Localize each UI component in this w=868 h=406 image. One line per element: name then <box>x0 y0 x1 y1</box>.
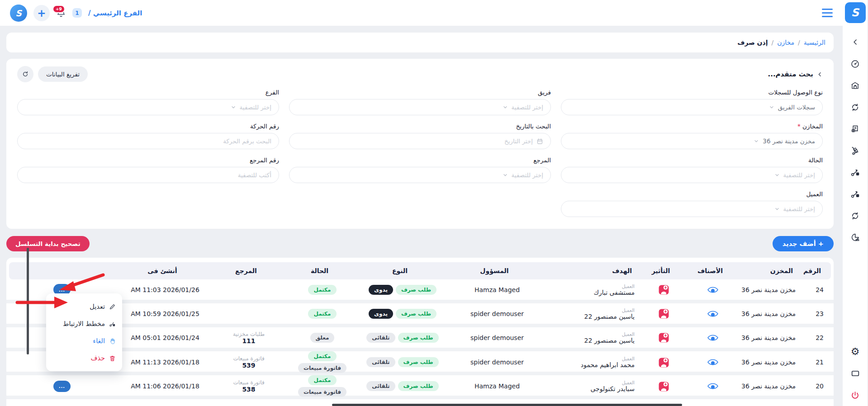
field-label: نوع الوصول للسجلات <box>561 89 823 96</box>
filter-select[interactable]: مخزن مدينة نصر 36 <box>561 133 823 149</box>
context-menu-item-hand[interactable]: الغاء <box>52 332 116 349</box>
field-label: رقم المرجع <box>17 156 279 164</box>
table-body: 24مخزن مدينة نصر 36العميلمستشفى تباركHam… <box>6 279 834 399</box>
settings-gear-icon[interactable]: ⚙ <box>845 341 865 363</box>
target-cell: العميلياسين مصنصور 22 <box>549 331 639 344</box>
advanced-search-toggle[interactable]: بحث متقدم... <box>768 70 823 78</box>
reference-cell: فاتورة مبيعات539 <box>213 355 285 369</box>
view-items-eye-icon[interactable] <box>707 310 719 318</box>
workflow-out-icon[interactable] <box>845 161 865 183</box>
filter-grid: نوع الوصول للسجلات سجلات الفريقفريق إختر… <box>17 89 823 217</box>
screen-icon[interactable] <box>845 363 865 384</box>
branch-count-badge: 1 <box>72 8 82 18</box>
filter-select[interactable]: إختر للتصفية <box>289 99 551 115</box>
collapse-chevron-icon[interactable] <box>845 31 865 53</box>
breadcrumb: الرئيسية / مخازن / إذن صرف <box>6 33 834 52</box>
vertical-scrollbar[interactable] <box>27 248 29 354</box>
clear-data-button[interactable]: تفريغ البيانات <box>38 66 88 82</box>
reference-number: 539 <box>213 362 285 369</box>
type-cell: طلب صرفتلقائى <box>360 333 446 343</box>
quick-add-button[interactable]: + <box>33 5 50 21</box>
column-header: الرقم <box>803 267 831 274</box>
filter-select[interactable]: إختر للتصفية <box>289 167 551 183</box>
type-cell: طلب صرفيدوى <box>360 309 446 319</box>
notifications-bell[interactable]: +9 <box>56 8 66 18</box>
target-type: العميل <box>549 307 635 313</box>
breadcrumb-home[interactable]: الرئيسية <box>804 39 825 46</box>
context-menu-item-workflow[interactable]: مخطط الارتباط <box>52 315 116 332</box>
actions-row: + أضف جديد تصحيح بداية التسلسل <box>6 236 834 251</box>
hand-icon <box>109 338 116 345</box>
field-label: المخازن * <box>561 123 823 130</box>
date-input[interactable]: إختر التاريخ <box>289 133 551 149</box>
responsible-name: spider demouser <box>446 334 549 341</box>
warehouse-icon[interactable] <box>845 75 865 96</box>
created-at: AM 05:01 2026/01/24 <box>118 334 213 341</box>
refresh-icon <box>22 71 29 78</box>
text-input[interactable]: البحث برقم الحركة <box>17 133 279 149</box>
invoice-icon[interactable] <box>845 118 865 140</box>
outbound-effect-icon <box>658 284 669 295</box>
view-items-eye-icon[interactable] <box>707 382 719 390</box>
reference-number: 538 <box>213 386 285 393</box>
filter-field-6: الحالة إختر للتصفية <box>561 156 823 183</box>
responsible-name: Hamza Maged <box>446 382 549 390</box>
view-items-eye-icon[interactable] <box>707 358 719 366</box>
workflow-in-icon[interactable] <box>845 183 865 205</box>
chevron-down-icon <box>231 104 236 110</box>
hamburger-icon[interactable] <box>822 9 833 17</box>
sync-icon[interactable] <box>845 96 865 118</box>
reports-pie-icon[interactable] <box>845 227 865 248</box>
handtruck-icon[interactable] <box>845 140 865 161</box>
filter-field-8: رقم المرجع أكتب للتصفية <box>17 156 279 183</box>
field-placeholder: إختر للتصفية <box>783 205 815 212</box>
workflow-icon <box>109 321 116 327</box>
filter-select[interactable]: سجلات الفريق <box>561 99 823 115</box>
created-at: AM 10:59 2026/01/25 <box>118 310 213 317</box>
filter-field-7: المرجع إختر للتصفية <box>289 156 551 183</box>
refresh-icon[interactable] <box>845 205 865 227</box>
context-menu-item-pencil[interactable]: تعديل <box>52 298 116 315</box>
filter-field-9: العميل إختر للتصفية <box>561 190 823 217</box>
filter-field-0: نوع الوصول للسجلات سجلات الفريق <box>561 89 823 115</box>
fix-sequence-button[interactable]: تصحيح بداية التسلسل <box>6 236 90 251</box>
type-cell: طلب صرفتلقائى <box>360 357 446 367</box>
row-menu-button[interactable]: ... <box>53 381 71 392</box>
target-cell: العميلسبايدر تكنولوجى <box>549 380 639 392</box>
filter-select[interactable]: إختر للتصفية <box>561 201 823 217</box>
target-type: العميل <box>549 356 635 361</box>
filter-select[interactable]: إختر للتصفية <box>561 167 823 183</box>
context-menu-item-trash[interactable]: حذف <box>52 349 116 367</box>
type-cell: طلب صرفتلقائى <box>360 381 446 391</box>
view-items-eye-icon[interactable] <box>707 334 719 342</box>
reference-label: فاتورة مبيعات <box>213 379 285 386</box>
chevron-down-icon <box>503 172 508 178</box>
power-icon[interactable] <box>845 384 865 406</box>
add-new-button[interactable]: + أضف جديد <box>773 236 834 251</box>
breadcrumb-warehouses[interactable]: مخازن <box>777 39 794 46</box>
brand-logo-icon[interactable]: S <box>10 5 27 22</box>
view-items-eye-icon[interactable] <box>707 286 719 294</box>
status-cell: مكتملفاتورة مبيعات <box>285 351 360 373</box>
field-placeholder: أكتب للتصفية <box>238 171 271 179</box>
app-logo-square[interactable]: S <box>845 2 866 23</box>
status-badge: مكتمل <box>308 375 336 385</box>
warehouse-name: مخزن مدينة نصر 36 <box>738 334 806 341</box>
dashboard-gauge-icon[interactable] <box>845 53 865 75</box>
status-badge: طلب صرف <box>398 333 439 343</box>
status-badge: مكتمل <box>308 285 336 295</box>
row-number: 24 <box>806 286 834 293</box>
horizontal-scrollbar[interactable] <box>332 404 682 406</box>
status-badge: يدوى <box>369 285 393 295</box>
reference-label: فاتورة مبيعات <box>213 355 285 362</box>
current-branch-title[interactable]: الفرع الرئيسي / <box>88 9 142 17</box>
filter-select[interactable]: إختر للتصفية <box>17 99 279 115</box>
text-input[interactable]: أكتب للتصفية <box>17 167 279 183</box>
effect-cell <box>639 284 688 295</box>
warehouse-name: مخزن مدينة نصر 36 <box>738 359 806 366</box>
status-cell: مكتملفاتورة مبيعات <box>285 375 360 397</box>
reference-cell: فاتورة مبيعات538 <box>213 379 285 393</box>
column-header: الحالة <box>282 267 357 274</box>
reference-number: 111 <box>213 337 285 345</box>
refresh-button[interactable] <box>17 66 33 82</box>
